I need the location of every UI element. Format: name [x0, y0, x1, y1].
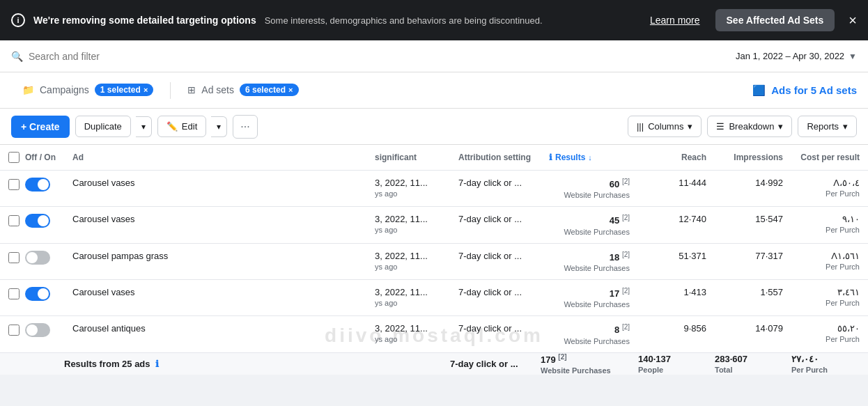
th-impressions: Impressions: [715, 145, 791, 171]
table-row: Carousel antiques 3, 2022, 11... ys ago …: [0, 316, 868, 352]
row-1-results-sup: [2]: [622, 214, 630, 221]
learn-more-button[interactable]: Learn more: [643, 10, 707, 30]
row-3-toggle-knob: [38, 288, 49, 299]
row-4-cpr-sub: Per Purch: [800, 335, 860, 343]
row-2-results-cell: 18 [2] Website Purchases: [541, 243, 638, 279]
search-input[interactable]: [29, 51, 730, 62]
toolbar-right: ||| Columns ▾ ☰ Breakdown ▾ Reports ▾: [628, 116, 857, 137]
more-options-button[interactable]: ···: [233, 115, 257, 139]
row-3-reach: 1·413: [683, 287, 706, 297]
row-1-cpr-sub: Per Purch: [800, 226, 860, 234]
notif-close-button[interactable]: ×: [848, 13, 857, 29]
create-button[interactable]: + Create: [11, 116, 70, 138]
row-3-significant-cell: 3, 2022, 11... ys ago: [366, 279, 450, 315]
row-2-checkbox[interactable]: [8, 252, 20, 263]
row-4-significant-sub: ys ago: [375, 335, 442, 343]
columns-button[interactable]: ||| Columns ▾: [628, 116, 702, 137]
reports-button[interactable]: Reports ▾: [798, 116, 857, 137]
row-4-offon-cell: [0, 316, 64, 352]
row-2-significant: 3, 2022, 11...: [375, 251, 442, 261]
ads-table: Off / On Ad significant Attribution sett…: [0, 145, 868, 375]
row-4-significant-cell: 3, 2022, 11... ys ago: [366, 316, 450, 352]
row-2-reach-cell: 51·371: [638, 243, 715, 279]
duplicate-button[interactable]: Duplicate: [75, 116, 131, 137]
row-0-toggle[interactable]: [25, 178, 50, 192]
campaigns-badge-label: 1 selected: [100, 85, 141, 95]
row-3-results-cell: 17 [2] Website Purchases: [541, 279, 638, 315]
row-3-significant-sub: ys ago: [375, 299, 442, 307]
footer-attribution: 7-day click or ...: [450, 359, 518, 369]
row-2-results-val: 18: [610, 252, 619, 263]
footer-impressions: 283·607: [715, 354, 747, 364]
row-2-results-sub: Website Purchases: [549, 264, 630, 272]
notif-title: We're removing some detailed targeting o…: [33, 15, 256, 26]
tabs-row: 📁 Campaigns 1 selected × ⊞ Ad sets 6 sel…: [0, 72, 868, 109]
row-2-cpr: Λ١،٥٦١: [831, 251, 860, 261]
th-results[interactable]: ℹ Results ↓: [541, 145, 638, 171]
row-3-results-sup: [2]: [622, 287, 630, 295]
th-reach-label: Reach: [681, 153, 706, 162]
campaigns-badge-close[interactable]: ×: [144, 86, 148, 94]
row-0-checkbox[interactable]: [8, 179, 20, 190]
edit-caret-button[interactable]: ▾: [211, 116, 227, 137]
footer-cpr: ٢٧،٠٤٠: [791, 354, 819, 364]
row-3-toggle[interactable]: [25, 287, 50, 301]
date-range-picker[interactable]: Jan 1, 2022 – Apr 30, 2022 ▼: [736, 51, 857, 61]
row-2-significant-sub: ys ago: [375, 263, 442, 271]
ads-for-adsets-label: 🟦 Ads for 5 Ad sets: [752, 84, 857, 97]
footer-reach: 140·137: [638, 354, 671, 364]
row-2-attribution: 7-day click or ...: [458, 251, 522, 261]
edit-button[interactable]: ✏️ Edit: [157, 116, 206, 137]
th-significant-label: significant: [375, 153, 417, 162]
duplicate-caret-button[interactable]: ▾: [136, 116, 152, 137]
row-2-toggle-knob: [26, 252, 38, 263]
row-2-impressions: 77·317: [755, 251, 783, 261]
row-0-results-cell: 60 [2] Website Purchases: [541, 171, 638, 207]
row-2-cpr-cell: Λ١،٥٦١ Per Purch: [791, 243, 868, 279]
row-3-checkbox[interactable]: [8, 288, 20, 299]
row-4-results-val: 8: [614, 325, 619, 336]
select-all-checkbox[interactable]: [8, 152, 20, 163]
th-attribution-label: Attribution setting: [458, 153, 531, 162]
th-attribution: Attribution setting: [450, 145, 541, 171]
th-checkbox: Off / On: [0, 145, 64, 171]
row-0-significant-sub: ys ago: [375, 189, 442, 198]
row-4-impressions-cell: 14·079: [715, 316, 791, 352]
row-4-toggle[interactable]: [25, 323, 50, 337]
columns-icon: |||: [637, 121, 644, 132]
row-3-cpr-sub: Per Purch: [800, 299, 860, 307]
row-1-checkbox[interactable]: [8, 215, 20, 226]
row-0-impressions-cell: 14·992: [715, 171, 791, 207]
row-2-attribution-cell: 7-day click or ...: [450, 243, 541, 279]
tab-campaigns[interactable]: 📁 Campaigns 1 selected ×: [11, 73, 164, 109]
tab-adsets[interactable]: ⊞ Ad sets 6 selected ×: [176, 73, 309, 109]
see-affected-adsets-button[interactable]: See Affected Ad Sets: [715, 9, 835, 31]
th-offon-label: Off / On: [25, 153, 56, 162]
table-container: Off / On Ad significant Attribution sett…: [0, 145, 868, 375]
row-4-checkbox[interactable]: [8, 325, 20, 336]
th-ad-label: Ad: [72, 153, 84, 162]
reports-chevron-icon: ▾: [843, 121, 848, 132]
row-4-significant: 3, 2022, 11...: [375, 323, 442, 334]
row-2-offon-cell: [0, 243, 64, 279]
breakdown-button[interactable]: ☰ Breakdown ▾: [707, 116, 792, 137]
tab-divider-1: [170, 82, 171, 99]
row-0-ad-cell: Carousel vases: [64, 171, 366, 207]
adsets-icon: ⊞: [187, 84, 196, 95]
row-4-results-cell: 8 [2] Website Purchases: [541, 316, 638, 352]
row-1-reach: 12·740: [679, 214, 706, 224]
row-4-reach-cell: 9·856: [638, 316, 715, 352]
row-0-results-sup: [2]: [622, 178, 630, 185]
ads-label-icon: 🟦: [752, 84, 766, 97]
row-1-significant-cell: 3, 2022, 11... ys ago: [366, 207, 450, 243]
row-0-attribution: 7-day click or ...: [458, 178, 522, 188]
ads-label-text: Ads for 5 Ad sets: [771, 84, 857, 96]
row-4-attribution: 7-day click or ...: [458, 323, 522, 334]
footer-results-cell: 179 [2] Website Purchases: [541, 352, 638, 375]
row-1-toggle[interactable]: [25, 214, 50, 228]
row-3-results-val: 17: [610, 288, 619, 299]
row-2-toggle[interactable]: [25, 251, 50, 265]
table-row: Carousel pampas grass 3, 2022, 11... ys …: [0, 243, 868, 279]
row-2-results-sup: [2]: [622, 251, 630, 258]
adsets-badge-close[interactable]: ×: [288, 86, 293, 94]
